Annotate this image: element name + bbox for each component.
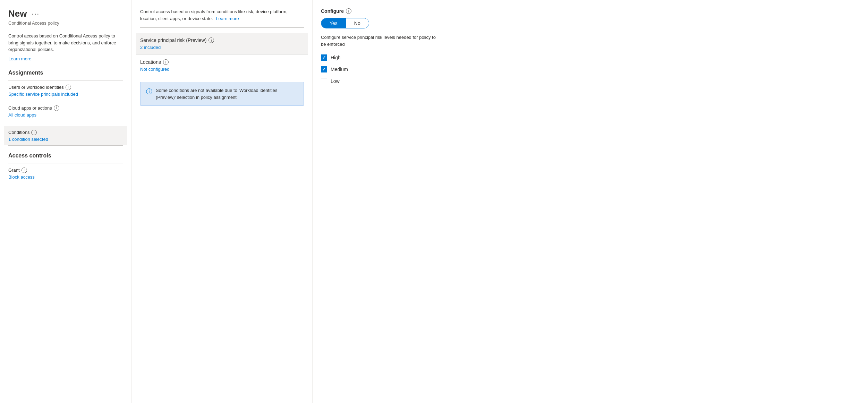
users-divider — [8, 101, 123, 101]
ellipsis-button[interactable]: ··· — [30, 10, 41, 18]
users-info-icon[interactable]: i — [66, 85, 71, 90]
checkbox-item-low[interactable]: Low — [321, 78, 436, 84]
page-title-row: New ··· — [8, 8, 123, 19]
info-box-text: Some conditions are not available due to… — [156, 87, 298, 101]
locations-value[interactable]: Not configured — [140, 67, 170, 72]
configure-info-icon[interactable]: i — [346, 8, 351, 14]
risk-level-checkboxes: HighMediumLow — [321, 54, 436, 84]
conditions-section[interactable]: Conditions i 1 condition selected — [4, 126, 127, 145]
yes-no-toggle[interactable]: Yes No — [321, 18, 369, 28]
configure-label-text: Configure — [321, 8, 344, 14]
locations-info-icon[interactable]: i — [163, 59, 169, 65]
checkbox-label-high: High — [331, 55, 341, 60]
locations-label: Locations — [140, 59, 161, 65]
assignments-section-label: Assignments — [8, 70, 123, 76]
checkbox-label-medium: Medium — [331, 67, 348, 72]
grant-value-link[interactable]: Block access — [8, 174, 123, 180]
left-description: Control access based on Conditional Acce… — [8, 33, 123, 53]
service-principal-risk-label: Service principal risk (Preview) — [140, 37, 206, 43]
conditions-divider — [8, 145, 123, 146]
yes-toggle-button[interactable]: Yes — [321, 18, 346, 28]
service-principal-risk-value[interactable]: 2 included — [140, 45, 161, 50]
users-label: Users or workload identities i — [8, 85, 123, 90]
access-controls-section: Access controls Grant i Block access — [8, 153, 123, 184]
cloud-apps-label: Cloud apps or actions i — [8, 105, 123, 111]
checkbox-high[interactable] — [321, 54, 327, 61]
service-principal-risk-header: Service principal risk (Preview) i — [140, 37, 304, 43]
grant-label: Grant i — [8, 168, 123, 173]
left-panel: New ··· Conditional Access policy Contro… — [0, 0, 132, 403]
middle-description: Control access based on signals from con… — [140, 8, 304, 22]
access-controls-label: Access controls — [8, 153, 123, 159]
conditions-row: Conditions i — [8, 130, 123, 135]
page-title-text: New — [8, 8, 27, 19]
users-value-link[interactable]: Specific service principals included — [8, 92, 123, 97]
checkbox-label-low: Low — [331, 78, 340, 84]
left-learn-more-link[interactable]: Learn more — [8, 56, 31, 61]
grant-info-icon[interactable]: i — [22, 168, 27, 173]
locations-section: Locations i Not configured — [140, 54, 304, 76]
checkbox-item-medium[interactable]: Medium — [321, 66, 436, 72]
assignments-divider — [8, 80, 123, 80]
configure-label-row: Configure i — [321, 8, 436, 14]
right-panel: Configure i Yes No Configure service pri… — [312, 0, 444, 403]
cloud-divider — [8, 122, 123, 122]
checkbox-low[interactable] — [321, 78, 327, 84]
service-principal-risk-section[interactable]: Service principal risk (Preview) i 2 inc… — [136, 33, 308, 54]
middle-learn-more-link[interactable]: Learn more — [216, 16, 239, 21]
checkbox-medium[interactable] — [321, 66, 327, 72]
access-controls-divider — [8, 163, 123, 163]
conditions-label: Conditions — [8, 130, 29, 135]
locations-header: Locations i — [140, 59, 304, 65]
info-circle-icon: ⓘ — [146, 87, 152, 101]
middle-top-divider — [140, 27, 304, 28]
conditions-value-link[interactable]: 1 condition selected — [8, 137, 123, 142]
cloud-info-icon[interactable]: i — [54, 105, 59, 111]
service-principal-risk-info-icon[interactable]: i — [209, 37, 214, 43]
conditions-info-icon[interactable]: i — [31, 130, 37, 135]
middle-panel: Control access based on signals from con… — [132, 0, 312, 403]
cloud-apps-value-link[interactable]: All cloud apps — [8, 112, 123, 118]
checkbox-item-high[interactable]: High — [321, 54, 436, 61]
info-box: ⓘ Some conditions are not available due … — [140, 82, 304, 106]
page-subtitle: Conditional Access policy — [8, 20, 123, 26]
configure-description: Configure service principal risk levels … — [321, 34, 436, 48]
grant-divider — [8, 184, 123, 184]
no-toggle-button[interactable]: No — [346, 18, 369, 28]
